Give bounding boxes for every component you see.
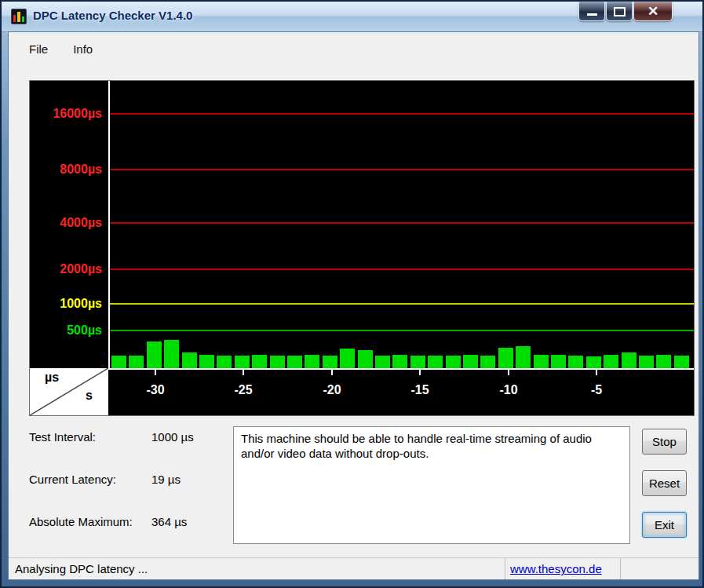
latency-bar xyxy=(235,356,250,368)
latency-bar xyxy=(358,350,373,368)
x-tickmark xyxy=(243,370,244,375)
latency-bar xyxy=(639,356,654,368)
diagonal-divider xyxy=(30,368,108,415)
title-bar[interactable]: DPC Latency Checker V1.4.0 ✕ xyxy=(2,2,702,32)
x-tick-label: -10 xyxy=(485,383,532,397)
website-link[interactable]: www.thesycon.de xyxy=(510,562,602,575)
latency-bar xyxy=(147,341,162,368)
result-message-box: This machine should be able to handle re… xyxy=(233,426,630,544)
latency-bar xyxy=(182,352,197,368)
x-tickmark xyxy=(331,370,333,375)
latency-bar xyxy=(270,356,285,368)
x-tick-label: -20 xyxy=(308,383,356,397)
bar-series xyxy=(30,81,694,415)
status-link-pane: www.thesycon.de xyxy=(505,558,621,579)
stop-button[interactable]: Stop xyxy=(642,429,687,455)
latency-bar xyxy=(446,356,461,368)
stat-label: Current Latency: xyxy=(29,473,116,486)
x-tickmark xyxy=(596,370,597,375)
reset-button[interactable]: Reset xyxy=(642,470,687,496)
menu-item-file[interactable]: File xyxy=(20,40,57,59)
menu-bar: File Info xyxy=(20,40,102,59)
latency-bar xyxy=(656,355,671,368)
latency-bar xyxy=(323,356,337,368)
latency-bar xyxy=(534,355,549,368)
latency-bar xyxy=(480,356,495,368)
latency-bar xyxy=(340,349,355,368)
app-icon xyxy=(11,9,27,24)
latency-bar xyxy=(129,356,144,368)
latency-chart: 16000µs 8000µs 4000µs 2000µs 1000µs 500µ… xyxy=(29,80,695,416)
window-controls: ✕ xyxy=(578,2,673,21)
app-window: DPC Latency Checker V1.4.0 ✕ File Info 1… xyxy=(0,0,704,588)
latency-bar xyxy=(674,356,689,368)
latency-bar xyxy=(551,355,566,368)
maximize-button[interactable] xyxy=(606,2,633,21)
latency-bar xyxy=(375,356,390,368)
x-tickmark xyxy=(155,370,156,375)
minimize-icon xyxy=(587,13,597,16)
latency-bar xyxy=(410,356,425,368)
close-icon: ✕ xyxy=(647,5,658,18)
latency-bar xyxy=(164,340,179,368)
icon-bar-yellow xyxy=(17,12,20,22)
x-tickmark xyxy=(419,370,421,375)
latency-bar xyxy=(305,355,319,368)
latency-bar xyxy=(217,356,232,368)
close-button[interactable]: ✕ xyxy=(633,2,673,21)
latency-bar xyxy=(622,352,637,368)
latency-bar xyxy=(604,355,618,368)
status-text: Analysing DPC latency ... xyxy=(15,562,148,575)
x-tick-label: -5 xyxy=(573,383,620,397)
minimize-button[interactable] xyxy=(578,2,605,21)
exit-button[interactable]: Exit xyxy=(642,512,687,538)
icon-bar-red xyxy=(13,15,16,22)
latency-bar xyxy=(199,355,214,368)
icon-bar-green xyxy=(22,16,24,22)
x-tick-label: -25 xyxy=(220,383,267,397)
stat-value: 364 µs xyxy=(151,515,187,528)
stat-label: Absolute Maximum: xyxy=(29,515,133,528)
latency-bar xyxy=(252,355,267,368)
menu-item-info[interactable]: Info xyxy=(64,40,102,59)
window-title: DPC Latency Checker V1.4.0 xyxy=(33,9,192,22)
stat-value: 1000 µs xyxy=(151,430,194,444)
stat-label: Test Interval: xyxy=(29,430,96,444)
latency-bar xyxy=(392,355,407,368)
x-tickmark xyxy=(508,370,509,375)
axis-unit-corner: µs s xyxy=(30,368,108,415)
latency-bar xyxy=(586,356,601,368)
stat-value: 19 µs xyxy=(151,473,181,486)
maximize-icon xyxy=(614,7,626,16)
latency-bar xyxy=(568,356,583,368)
latency-bar xyxy=(287,356,302,368)
latency-bar xyxy=(428,356,443,368)
latency-bar xyxy=(463,355,478,368)
latency-bar xyxy=(516,346,531,368)
x-unit-label: s xyxy=(86,389,93,403)
status-bar: Analysing DPC latency ... www.thesycon.d… xyxy=(9,557,699,579)
y-unit-label: µs xyxy=(45,371,59,385)
x-tick-label: -15 xyxy=(396,383,443,397)
x-tick-label: -30 xyxy=(132,383,179,397)
latency-bar xyxy=(498,348,513,368)
window-content: File Info 16000µs 8000µs 4000µs 2000µs 1… xyxy=(8,31,699,580)
latency-bar xyxy=(111,356,126,368)
